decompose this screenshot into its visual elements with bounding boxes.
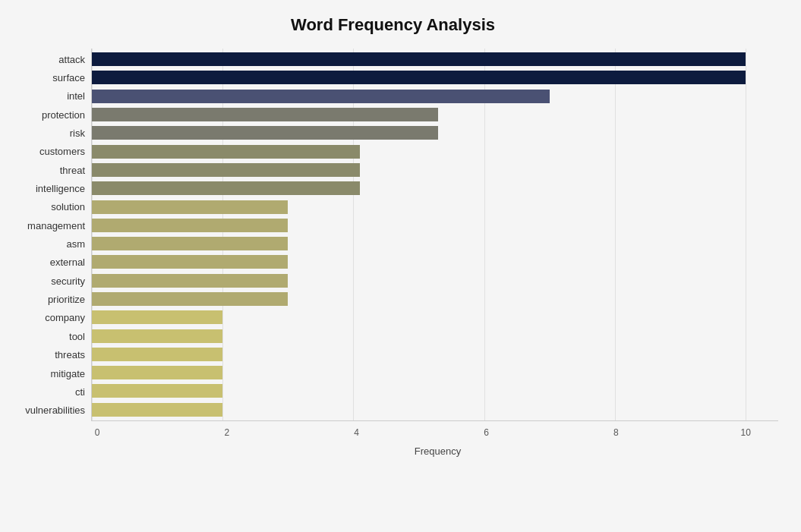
chart-container: Word Frequency Analysis attacksurfaceint… <box>0 0 801 532</box>
y-label: attack <box>58 50 85 68</box>
y-label: prioritize <box>48 291 85 309</box>
bar-row <box>92 199 778 216</box>
x-tick-label: 8 <box>613 427 619 438</box>
bar <box>92 292 288 306</box>
bar-row <box>92 106 778 123</box>
bar-row <box>92 88 778 105</box>
chart-title: Word Frequency Analysis <box>8 15 778 35</box>
bar-row <box>92 401 778 418</box>
y-label: protection <box>42 105 85 124</box>
y-label: asm <box>66 235 85 253</box>
bar <box>92 200 288 214</box>
y-axis: attacksurfaceintelprotectionriskcustomer… <box>8 49 91 421</box>
x-tick-label: 6 <box>484 427 489 438</box>
x-tick-label: 2 <box>225 427 230 438</box>
bar-row <box>92 364 778 381</box>
y-label: intelligence <box>36 180 85 198</box>
y-label: security <box>51 272 85 290</box>
y-label: company <box>45 309 85 327</box>
x-tick-label: 0 <box>95 427 100 438</box>
bar <box>92 71 746 84</box>
bar-row <box>92 328 778 345</box>
bars-area <box>91 49 778 421</box>
x-tick-label: 4 <box>354 427 359 438</box>
y-label: threat <box>60 161 85 179</box>
bar <box>92 163 360 177</box>
bar-row <box>92 69 778 86</box>
y-label: solution <box>51 198 85 216</box>
bar-row <box>92 124 778 141</box>
bar-row <box>92 180 778 197</box>
bar-row <box>92 217 778 234</box>
bar <box>92 52 746 66</box>
x-axis-title: Frequency <box>97 445 778 457</box>
bar <box>92 403 222 417</box>
bar <box>92 126 438 140</box>
y-label: mitigate <box>50 364 85 382</box>
bar <box>92 181 360 195</box>
bar <box>92 219 288 232</box>
bar-row <box>92 346 778 363</box>
y-label: risk <box>70 124 85 143</box>
bar-row <box>92 162 778 178</box>
y-label: threats <box>55 346 85 364</box>
x-tick-label: 10 <box>741 427 751 438</box>
bar <box>92 329 222 343</box>
bar-row <box>92 51 778 68</box>
bar <box>92 348 222 361</box>
y-label: cti <box>75 382 85 401</box>
bar-row <box>92 253 778 270</box>
bar <box>92 384 222 398</box>
y-label: surface <box>52 69 85 87</box>
bar <box>92 310 222 324</box>
y-label: intel <box>67 87 85 105</box>
y-label: management <box>27 216 85 235</box>
bar <box>92 90 550 103</box>
y-label: external <box>50 253 85 272</box>
bar-row <box>92 309 778 326</box>
bar-row <box>92 291 778 307</box>
y-label: customers <box>39 143 85 161</box>
bar <box>92 366 222 379</box>
bar-row <box>92 382 778 399</box>
y-label: vulnerabilities <box>25 401 85 420</box>
bar <box>92 108 438 121</box>
bar <box>92 145 360 159</box>
bar <box>92 255 288 269</box>
bar <box>92 237 288 250</box>
bar-row <box>92 143 778 160</box>
bar-row <box>92 235 778 252</box>
y-label: tool <box>69 327 85 345</box>
chart-area: attacksurfaceintelprotectionriskcustomer… <box>8 49 778 421</box>
bar-row <box>92 272 778 289</box>
bar <box>92 274 288 288</box>
